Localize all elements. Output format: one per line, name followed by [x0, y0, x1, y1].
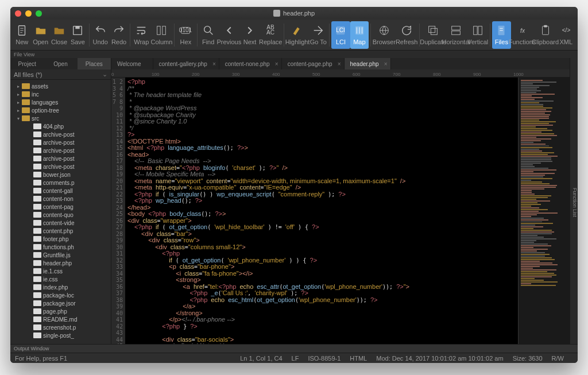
xml-button[interactable]: </>XML [557, 21, 575, 49]
window-title: header.php [273, 10, 315, 17]
tree-file[interactable]: functions.ph [10, 243, 111, 251]
refresh-button[interactable]: Refresh [396, 21, 418, 49]
svg-rect-16 [452, 26, 461, 30]
tree-file[interactable]: archive-post [10, 154, 111, 163]
line-numbers: 1 2 3 4 5 6 7 8 9 10 11 12 13 14 15 16 1… [111, 78, 125, 344]
toolbar: NewOpenCloseSaveUndoRedoWrapColumn0101He… [10, 20, 578, 51]
status-modified: Mod: Dec 14, 2017 10:01:02 am 10:01:02 a… [376, 355, 503, 362]
close-icon[interactable] [15, 10, 21, 17]
tree-file[interactable]: header.php [10, 259, 111, 267]
minimap[interactable] [518, 78, 570, 344]
main-area: Welcomecontent-gallery.php×content-none.… [111, 58, 570, 344]
hex-button[interactable]: 0101Hex [176, 21, 195, 49]
tree-file[interactable]: README.md [10, 315, 111, 323]
tree-file[interactable]: page.php [10, 307, 111, 315]
open-button[interactable]: Open [31, 21, 49, 49]
tree-folder[interactable]: ▸option-tree [10, 106, 111, 114]
code-editor[interactable]: <?php /** * The header template file * *… [125, 78, 518, 344]
column-button[interactable]: Column [150, 21, 172, 49]
tree-file[interactable]: 404.php [10, 122, 111, 130]
tree-file[interactable]: Gruntfile.js [10, 251, 111, 259]
tree-file[interactable]: content-gall [10, 187, 111, 195]
files-button[interactable]: Files [492, 21, 510, 49]
status-language[interactable]: HTML [350, 355, 367, 362]
function-list-panel[interactable]: Function List [570, 58, 578, 344]
find-button[interactable]: Find [199, 21, 217, 49]
tree-file[interactable]: archive-post [10, 163, 111, 171]
tree-file[interactable]: package-loc [10, 291, 111, 299]
file-filter[interactable]: All files (*) ⌄ [10, 69, 111, 80]
undo-button[interactable]: Undo [91, 21, 109, 49]
sidebar-tab-places[interactable]: Places [78, 58, 111, 69]
svg-rect-17 [452, 31, 461, 34]
tree-folder[interactable]: ▸languages [10, 98, 111, 106]
svg-rect-2 [76, 26, 80, 29]
tree-file[interactable]: content.php [10, 227, 111, 235]
svg-rect-22 [542, 26, 548, 35]
svg-rect-3 [157, 26, 161, 35]
wrap-button[interactable]: Wrap [132, 21, 150, 49]
editor-tabs: Welcomecontent-gallery.php×content-none.… [111, 58, 570, 69]
close-icon[interactable]: × [212, 61, 216, 67]
file-tree: ▸assets▸inc▸languages▸option-tree▾src404… [10, 80, 111, 344]
svg-text:AC: AC [266, 29, 274, 36]
tree-file[interactable]: comments.p [10, 179, 111, 187]
go to-button[interactable]: Go To [309, 21, 327, 49]
sidebar-tab-project[interactable]: Project [10, 58, 44, 69]
map-button[interactable]: Map [350, 21, 369, 49]
next-button[interactable]: Next [241, 21, 259, 49]
tree-file[interactable]: single-post_ [10, 331, 111, 339]
tree-folder[interactable]: ▾src [10, 114, 111, 122]
tree-file[interactable]: content-vide [10, 219, 111, 227]
tab-Welcome[interactable]: Welcome [111, 58, 153, 69]
status-lineending[interactable]: LF [292, 355, 299, 362]
vertical-button[interactable]: Vertical [467, 21, 488, 49]
new-button[interactable]: New [13, 21, 31, 49]
output-window[interactable]: Output Window [10, 344, 578, 353]
tree-file[interactable]: package.jsor [10, 299, 111, 307]
save-button[interactable]: Save [68, 21, 87, 49]
status-encoding[interactable]: ISO-8859-1 [308, 355, 341, 362]
highlight-button[interactable]: Highlight [286, 21, 309, 49]
tree-file[interactable]: screenshot.p [10, 323, 111, 331]
tree-file[interactable]: archive-post [10, 146, 111, 154]
replace-button[interactable]: ABACReplace [259, 21, 282, 49]
tab-header-php[interactable]: header.php× [345, 58, 391, 69]
sidebar-tab-open[interactable]: Open [44, 58, 77, 69]
svg-text:fx: fx [520, 28, 525, 34]
tree-file[interactable]: content-non [10, 195, 111, 203]
lci-button[interactable]: LCILCI [331, 21, 350, 49]
browser-button[interactable]: Browser [373, 21, 396, 49]
tree-file[interactable]: content-quo [10, 211, 111, 219]
functions-button[interactable]: fxFunctions [511, 21, 534, 49]
tab-content-page-php[interactable]: content-page.php× [282, 58, 345, 69]
tree-file[interactable]: content-pag [10, 203, 111, 211]
horizontal-button[interactable]: Horizontal [444, 21, 467, 49]
tree-folder[interactable]: ▸inc [10, 90, 111, 98]
close-icon[interactable]: × [338, 61, 341, 67]
close-button[interactable]: Close [50, 21, 68, 49]
minimize-icon[interactable] [25, 10, 32, 17]
redo-button[interactable]: Redo [110, 21, 128, 49]
close-icon[interactable]: × [384, 61, 388, 67]
previous-button[interactable]: Previous [218, 21, 241, 49]
tree-file[interactable]: ie.css [10, 275, 111, 283]
tab-content-none-php[interactable]: content-none.php× [219, 58, 282, 69]
status-rw: R/W [552, 355, 564, 362]
status-size: Size: 3630 [513, 355, 543, 362]
tree-file[interactable]: index.php [10, 283, 111, 291]
fullscreen-icon[interactable] [36, 10, 42, 17]
tab-content-gallery-php[interactable]: content-gallery.php× [153, 58, 219, 69]
svg-rect-4 [163, 26, 166, 35]
tree-file[interactable]: footer.php [10, 235, 111, 243]
tree-file[interactable]: ie.1.css [10, 267, 111, 275]
tree-file[interactable]: archive-post [10, 138, 111, 146]
duplicate-button[interactable]: Duplicate [421, 21, 444, 49]
ruler: 01002003004005006007008009001000 [111, 69, 570, 78]
tree-file[interactable]: archive-post [10, 130, 111, 138]
status-position: Ln 1, Col 1, C4 [240, 355, 282, 362]
close-icon[interactable]: × [275, 61, 278, 67]
tree-folder[interactable]: ▸assets [10, 82, 111, 90]
clipboard-button[interactable]: Clipboard [534, 21, 557, 49]
tree-file[interactable]: bower.json [10, 171, 111, 179]
